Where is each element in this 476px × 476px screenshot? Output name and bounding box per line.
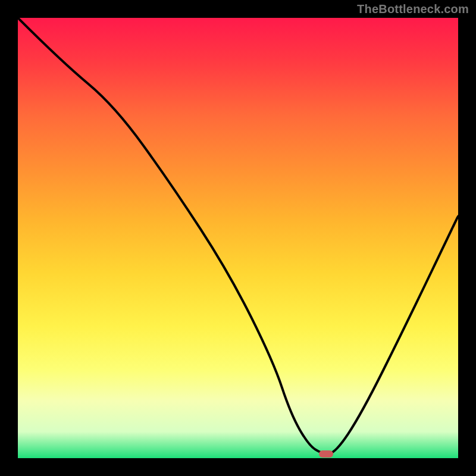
bottleneck-curve-path bbox=[18, 18, 458, 454]
plot-area bbox=[18, 18, 458, 458]
optimal-point-marker bbox=[319, 450, 333, 458]
watermark-text: TheBottleneck.com bbox=[357, 2, 469, 16]
bottleneck-curve-svg bbox=[18, 18, 458, 458]
chart-container: TheBottleneck.com bbox=[0, 0, 476, 476]
